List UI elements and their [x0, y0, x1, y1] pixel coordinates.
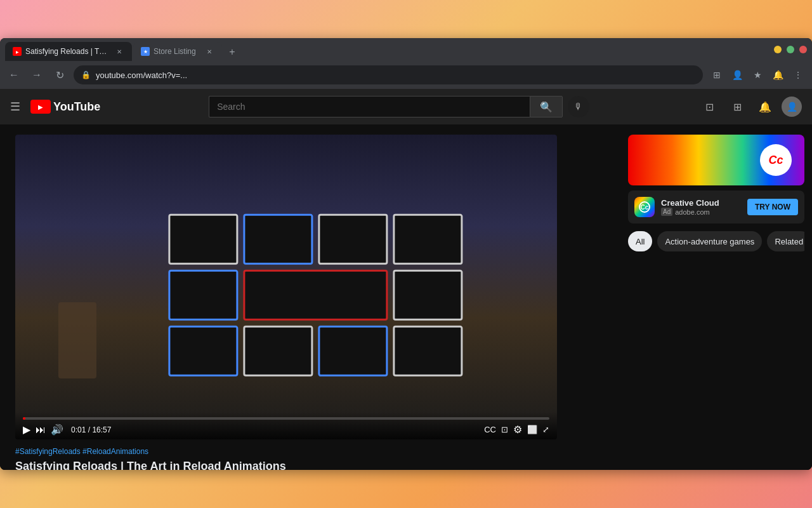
store-tab[interactable]: ★ Store Listing ✕ — [133, 42, 222, 61]
controls-right: CC ⊡ ⚙ ⬜ ⤢ — [484, 424, 549, 436]
yt-logo-text: YouTube — [53, 100, 100, 114]
video-title: Satisfying Reloads | The Art in Reload A… — [15, 458, 557, 470]
yt-user-avatar[interactable]: 👤 — [782, 97, 802, 117]
chip-related[interactable]: Related — [767, 231, 804, 251]
monitor-6 — [243, 270, 388, 321]
yt-content: ▶ ⏭ 🔊 0:01 / 16:57 CC ⊡ ⚙ ⬜ ⤢ — [0, 124, 628, 470]
store-tab-label: Store Listing — [154, 47, 196, 56]
monitor-2 — [243, 214, 313, 265]
video-player[interactable]: ▶ ⏭ 🔊 0:01 / 16:57 CC ⊡ ⚙ ⬜ ⤢ — [15, 135, 557, 439]
browser-window: Satisfying Reloads | The Ar... ✕ ★ Store… — [0, 38, 812, 470]
settings-button[interactable]: ⚙ — [513, 424, 522, 436]
yt-logo-icon — [30, 100, 51, 114]
ad-domain: adobe.com — [675, 208, 709, 216]
favorites-icon[interactable]: ★ — [749, 66, 766, 84]
monitors-container — [15, 135, 557, 439]
yt-header: ☰ YouTube 🔍 🎙 ⊡ ⊞ 🔔 👤 — [0, 89, 812, 124]
browser-tabs: Satisfying Reloads | The Ar... ✕ ★ Store… — [5, 38, 771, 61]
ad-card: Cc Creative Cloud Ad adobe.com TRY NOW — [628, 190, 804, 224]
chip-action-adventure[interactable]: Action-adventure games — [657, 231, 762, 251]
monitor-1 — [168, 214, 238, 265]
ad-banner-content: Cc — [628, 135, 804, 185]
new-tab-button[interactable]: + — [223, 43, 241, 61]
subtitles-button[interactable]: CC — [484, 425, 496, 434]
video-controls: ▶ ⏭ 🔊 0:01 / 16:57 CC ⊡ ⚙ ⬜ ⤢ — [15, 412, 557, 439]
yt-cast-icon[interactable]: ⊡ — [698, 95, 721, 118]
ad-brand-name: Creative Cloud — [661, 198, 741, 208]
yt-tab-close[interactable]: ✕ — [114, 46, 124, 57]
monitor-7 — [393, 270, 462, 321]
search-button[interactable]: 🔍 — [530, 96, 563, 117]
monitor-10 — [318, 326, 388, 377]
yt-search-container: 🔍 🎙 — [110, 96, 688, 117]
close-button[interactable] — [799, 46, 807, 53]
ad-banner[interactable]: Cc — [628, 135, 804, 185]
forward-button[interactable]: → — [28, 66, 46, 84]
yt-logo[interactable]: YouTube — [30, 100, 100, 114]
toolbar-icons: ⊞ 👤 ★ 🔔 ⋮ — [708, 66, 807, 84]
yt-sidebar: Cc Cc Creative Cloud Ad — [628, 124, 812, 470]
search-input[interactable] — [209, 96, 530, 117]
yt-menu-icon[interactable]: ☰ — [10, 100, 20, 114]
miniplayer-button[interactable]: ⊡ — [501, 425, 508, 434]
store-tab-close[interactable]: ✕ — [204, 46, 214, 57]
controls-row: ▶ ⏭ 🔊 0:01 / 16:57 CC ⊡ ⚙ ⬜ ⤢ — [23, 424, 549, 436]
yt-main: ▶ ⏭ 🔊 0:01 / 16:57 CC ⊡ ⚙ ⬜ ⤢ — [0, 124, 812, 470]
theater-button[interactable]: ⬜ — [527, 425, 537, 434]
person-silhouette — [58, 302, 96, 378]
video-thumbnail — [15, 135, 557, 439]
minimize-button[interactable] — [774, 46, 782, 53]
youtube-tab[interactable]: Satisfying Reloads | The Ar... ✕ — [5, 42, 132, 61]
monitor-grid — [168, 214, 462, 377]
browser-titlebar: Satisfying Reloads | The Ar... ✕ ★ Store… — [0, 38, 812, 61]
yt-header-right: ⊡ ⊞ 🔔 👤 — [698, 95, 802, 118]
video-info: #SatisfyingReloads #ReloadAnimations Sat… — [15, 447, 557, 470]
yt-apps-icon[interactable]: ⊞ — [726, 95, 749, 118]
monitor-4 — [393, 214, 462, 265]
yt-search-bar: 🔍 🎙 — [209, 96, 589, 117]
svg-text:Cc: Cc — [641, 204, 649, 211]
maximize-button[interactable] — [787, 46, 794, 53]
yt-notifications-icon[interactable]: 🔔 — [754, 95, 776, 118]
monitor-11 — [393, 326, 462, 377]
chip-all[interactable]: All — [628, 231, 652, 251]
adobe-logo: Cc — [760, 144, 792, 176]
play-button[interactable]: ▶ — [23, 424, 30, 436]
mic-button[interactable]: 🎙 — [568, 96, 589, 117]
progress-bar[interactable] — [23, 417, 549, 420]
volume-button[interactable]: 🔊 — [51, 424, 63, 436]
ad-badge: Ad — [661, 208, 672, 216]
time-display: 0:01 / 16:57 — [71, 425, 111, 434]
store-favicon: ★ — [141, 47, 150, 56]
address-text: youtube.com/watch?v=... — [96, 70, 695, 80]
ad-try-button[interactable]: TRY NOW — [747, 199, 798, 215]
browser-notifications-icon[interactable]: 🔔 — [769, 66, 787, 84]
profile-icon[interactable]: 👤 — [728, 66, 746, 84]
youtube-page: ☰ YouTube 🔍 🎙 ⊡ ⊞ 🔔 👤 — [0, 89, 812, 470]
ad-card-icon: Cc — [634, 197, 655, 217]
filter-chips: All Action-adventure games Related ‹ › — [628, 231, 804, 251]
monitor-3 — [318, 214, 388, 265]
address-bar[interactable]: 🔒 youtube.com/watch?v=... — [74, 65, 703, 84]
back-button[interactable]: ← — [5, 66, 23, 84]
yt-tab-label: Satisfying Reloads | The Ar... — [25, 47, 110, 56]
yt-favicon — [13, 47, 22, 56]
refresh-button[interactable]: ↻ — [51, 66, 69, 84]
monitor-8 — [168, 326, 238, 377]
window-controls — [774, 46, 807, 53]
monitor-9 — [243, 326, 313, 377]
ad-card-info: Creative Cloud Ad adobe.com — [661, 198, 741, 216]
fullscreen-button[interactable]: ⤢ — [542, 425, 549, 434]
monitor-5 — [168, 270, 238, 321]
progress-bar-fill — [23, 417, 25, 420]
browser-toolbar: ← → ↻ 🔒 youtube.com/watch?v=... ⊞ 👤 ★ 🔔 … — [0, 61, 812, 89]
next-button[interactable]: ⏭ — [36, 424, 46, 436]
extensions-icon[interactable]: ⊞ — [708, 66, 726, 84]
browser-menu-icon[interactable]: ⋮ — [789, 66, 807, 84]
video-hashtags[interactable]: #SatisfyingReloads #ReloadAnimations — [15, 447, 557, 456]
